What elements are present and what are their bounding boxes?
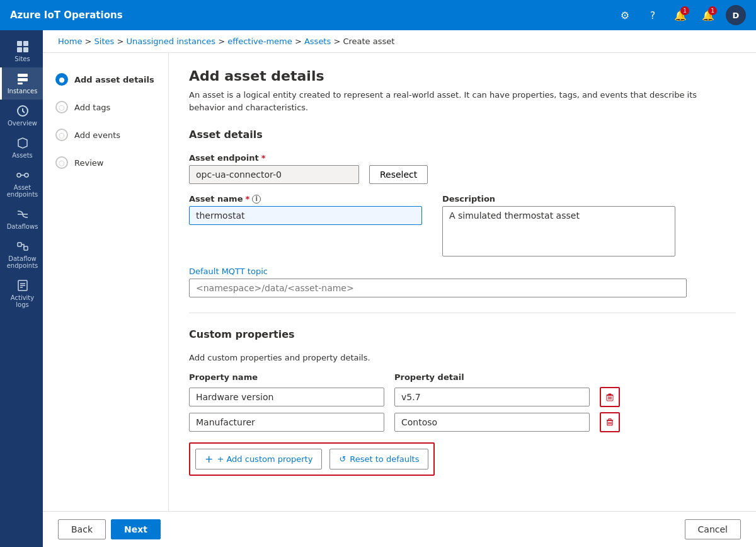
step-circle-1: ●: [55, 73, 68, 86]
cancel-button[interactable]: Cancel: [685, 519, 741, 539]
sidebar-item-df-endpoints[interactable]: Dataflow endpoints: [0, 235, 43, 274]
svg-rect-11: [18, 243, 21, 246]
description-group: Description A simulated thermostat asset: [442, 194, 675, 256]
trash-icon-1: [605, 393, 614, 401]
notifications-icon-1[interactable]: 🔔 1: [670, 5, 690, 25]
add-custom-property-button[interactable]: + + Add custom property: [195, 449, 322, 469]
prop-detail-header: Property detail: [394, 372, 590, 382]
delete-prop-1-button[interactable]: [600, 387, 620, 407]
overview-icon: [16, 105, 29, 117]
reset-label: Reset to defaults: [350, 454, 419, 464]
endpoint-row: Reselect: [189, 165, 736, 184]
sidebar-sites-label: Sites: [14, 55, 30, 62]
sidebar-df-endpoints-label: Dataflow endpoints: [4, 255, 40, 269]
asset-details-section-title: Asset details: [189, 129, 736, 143]
sidebar: Sites Instances Overview Assets: [0, 30, 43, 547]
mqtt-group: Default MQTT topic: [189, 267, 736, 297]
prop-name-header: Property name: [189, 372, 384, 382]
assets-icon: [16, 137, 29, 149]
step-circle-3: ○: [55, 129, 68, 141]
delete-prop-2-button[interactable]: [600, 412, 620, 432]
notification-badge-2: 1: [708, 6, 717, 15]
breadcrumb-current: Create asset: [343, 37, 394, 46]
prop-detail-input-2[interactable]: [394, 413, 590, 432]
prop-detail-input-1[interactable]: [394, 388, 590, 406]
wizard-step-1: ● Add asset details: [53, 68, 158, 91]
asset-name-label: Asset name * i: [189, 194, 422, 204]
sidebar-item-instances[interactable]: Instances: [0, 67, 43, 100]
grid-icon: [16, 40, 29, 53]
mqtt-input[interactable]: [189, 279, 687, 297]
breadcrumb-assets[interactable]: Assets: [304, 37, 331, 46]
wizard-step-4: ○ Review: [53, 151, 158, 174]
dataflows-icon: [16, 208, 29, 221]
breadcrumb-effective-meme[interactable]: effective-meme: [227, 37, 292, 46]
help-icon[interactable]: ?: [643, 5, 663, 25]
settings-icon[interactable]: ⚙: [615, 5, 635, 25]
notification-badge-1: 1: [680, 6, 689, 15]
endpoint-label: Asset endpoint *: [189, 153, 736, 163]
sidebar-item-overview[interactable]: Overview: [0, 100, 43, 132]
app-body: Sites Instances Overview Assets: [0, 30, 756, 547]
sidebar-item-dataflows[interactable]: Dataflows: [0, 203, 43, 235]
prop-row-2: [189, 412, 736, 432]
svg-rect-1: [23, 41, 28, 46]
sidebar-instances-label: Instances: [8, 88, 38, 95]
prop-name-input-1[interactable]: [189, 388, 384, 406]
logs-icon: [16, 279, 29, 292]
svg-rect-4: [18, 74, 28, 77]
wizard-step-2-label: Add tags: [74, 103, 110, 112]
breadcrumb: Home > Sites > Unassigned instances > ef…: [43, 30, 756, 53]
asset-endpoint-group: Asset endpoint * Reselect: [189, 153, 736, 184]
asset-name-required: *: [245, 194, 249, 204]
description-label: Description: [442, 194, 675, 204]
endpoints-icon: [16, 169, 29, 181]
reselect-button[interactable]: Reselect: [369, 165, 428, 184]
breadcrumb-sites[interactable]: Sites: [94, 37, 115, 46]
description-input[interactable]: A simulated thermostat asset: [442, 206, 675, 256]
step-circle-4: ○: [55, 156, 68, 169]
svg-rect-5: [18, 78, 28, 81]
svg-rect-24: [609, 419, 611, 421]
page-footer: Back Next Cancel: [43, 511, 756, 547]
wizard-step-2: ○ Add tags: [53, 96, 158, 118]
df-endpoints-icon: [16, 240, 29, 253]
trash-icon-2: [605, 418, 614, 427]
section-divider: [189, 313, 736, 313]
sidebar-dataflows-label: Dataflows: [7, 223, 38, 230]
endpoint-input[interactable]: [189, 165, 359, 184]
info-icon[interactable]: i: [252, 195, 261, 204]
form-panel: Add asset details An asset is a logical …: [169, 53, 756, 511]
sidebar-item-sites[interactable]: Sites: [0, 35, 43, 67]
sidebar-item-asset-endpoints[interactable]: Asset endpoints: [0, 164, 43, 203]
user-avatar[interactable]: D: [726, 5, 746, 25]
notifications-icon-2[interactable]: 🔔 1: [698, 5, 718, 25]
sidebar-overview-label: Overview: [8, 120, 37, 127]
name-desc-row: Asset name * i Description A simulated t…: [189, 194, 736, 256]
prop-name-input-2[interactable]: [189, 413, 384, 432]
sidebar-item-assets[interactable]: Assets: [0, 132, 43, 164]
sidebar-assets-label: Assets: [12, 152, 33, 159]
content-area: ● Add asset details ○ Add tags ○ Add eve…: [43, 53, 756, 511]
sidebar-item-activity-logs[interactable]: Activity logs: [0, 274, 43, 313]
reset-icon: ↺: [339, 454, 346, 464]
custom-props-actions: + + Add custom property ↺ Reset to defau…: [189, 442, 435, 476]
wizard-step-4-label: Review: [74, 158, 103, 168]
wizard-step-3-label: Add events: [74, 130, 120, 140]
breadcrumb-home[interactable]: Home: [58, 37, 82, 46]
next-button[interactable]: Next: [111, 519, 161, 539]
top-navigation: Azure IoT Operations ⚙ ? 🔔 1 🔔 1 D: [0, 0, 756, 30]
svg-rect-3: [23, 47, 28, 52]
asset-name-input[interactable]: [189, 206, 422, 225]
topnav-actions: ⚙ ? 🔔 1 🔔 1 D: [615, 5, 746, 25]
wizard-panel: ● Add asset details ○ Add tags ○ Add eve…: [43, 53, 169, 511]
custom-props-title: Custom properties: [189, 328, 736, 343]
add-prop-label: + Add custom property: [217, 454, 312, 464]
back-button[interactable]: Back: [58, 519, 106, 539]
breadcrumb-unassigned[interactable]: Unassigned instances: [126, 37, 215, 46]
sidebar-activity-logs-label: Activity logs: [4, 294, 40, 308]
asset-name-group: Asset name * i: [189, 194, 422, 225]
reset-to-defaults-button[interactable]: ↺ Reset to defaults: [329, 449, 428, 469]
endpoint-required: *: [261, 153, 266, 163]
plus-icon: +: [205, 453, 213, 465]
